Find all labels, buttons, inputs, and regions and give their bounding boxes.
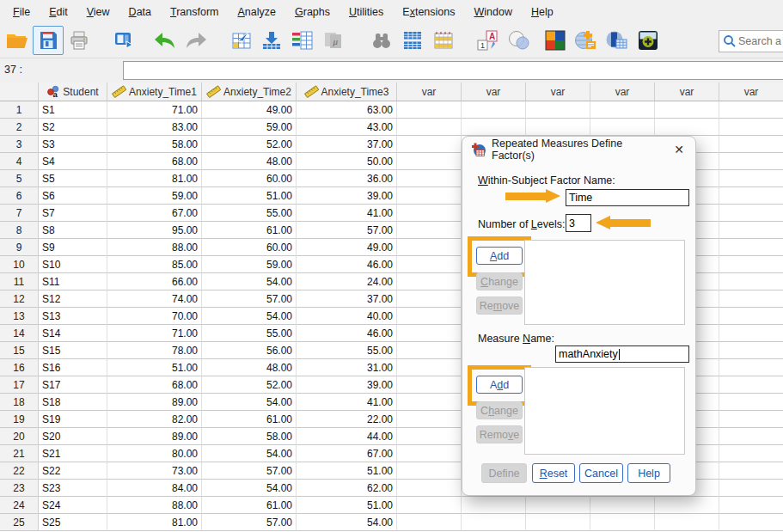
row-number[interactable]: 6 [0,187,39,205]
cell-anxiety-time2[interactable]: 54.00 [202,445,297,462]
cell-anxiety-time1[interactable]: 66.00 [107,273,202,290]
cell-student[interactable]: S24 [39,497,107,514]
cell-anxiety-time1[interactable]: 85.00 [107,256,202,273]
cell-empty[interactable] [397,239,462,256]
cell-student[interactable]: S3 [39,136,107,153]
cell-anxiety-time3[interactable]: 51.00 [297,497,397,514]
cell-anxiety-time3[interactable]: 55.00 [297,342,397,359]
factor-list[interactable] [524,240,685,325]
cell-anxiety-time2[interactable]: 57.00 [202,462,297,480]
cell-student[interactable]: S9 [39,239,107,256]
cell-empty[interactable] [526,497,590,514]
cell-empty[interactable] [397,342,462,359]
recall-dialogs-icon[interactable] [108,26,139,55]
cell-empty[interactable] [397,273,462,290]
row-number[interactable]: 13 [0,308,39,325]
row-number[interactable]: 16 [0,359,39,376]
menu-data[interactable]: Data [119,6,161,18]
extension-hub-icon[interactable] [633,26,664,55]
cell-empty[interactable] [397,394,462,411]
cell-anxiety-time3[interactable]: 46.00 [297,256,397,273]
goto-variable-icon[interactable] [256,26,287,55]
cell-empty[interactable] [655,497,719,514]
print-icon[interactable] [64,26,95,55]
cell-empty[interactable] [719,445,783,462]
search-box[interactable] [719,30,783,52]
row-number[interactable]: 20 [0,428,39,445]
cell-empty[interactable] [590,119,655,136]
cell-anxiety-time3[interactable]: 54.00 [297,514,397,531]
cell-empty[interactable] [397,445,462,462]
cancel-button[interactable]: Cancel [579,463,623,483]
cell-anxiety-time3[interactable]: 37.00 [297,136,397,153]
cell-anxiety-time3[interactable]: 24.00 [297,273,397,290]
row-number[interactable]: 1 [0,101,39,119]
row-number[interactable]: 14 [0,325,39,342]
cell-empty[interactable] [397,153,462,170]
row-number[interactable]: 24 [0,497,39,514]
cell-anxiety-time2[interactable]: 59.00 [202,119,297,136]
help-button[interactable]: Help [627,463,670,483]
cell-anxiety-time3[interactable]: 46.00 [297,325,397,342]
cell-anxiety-time1[interactable]: 73.00 [107,462,202,480]
cell-anxiety-time1[interactable]: 59.00 [107,187,202,205]
cell-empty[interactable] [719,170,783,187]
column-header-anxiety_time3[interactable]: Anxiety_Time3 [297,83,397,101]
row-number[interactable]: 17 [0,376,39,394]
cell-anxiety-time3[interactable]: 41.00 [297,205,397,222]
cell-anxiety-time2[interactable]: 52.00 [202,376,297,394]
redo-icon[interactable] [180,26,211,55]
cell-anxiety-time2[interactable]: 57.00 [202,514,297,531]
cell-anxiety-time1[interactable]: 89.00 [107,428,202,445]
cell-empty[interactable] [397,222,462,239]
cell-empty[interactable] [719,514,783,531]
row-number[interactable]: 23 [0,480,39,497]
cell-anxiety-time1[interactable]: 81.00 [107,170,202,187]
cell-anxiety-time1[interactable]: 83.00 [107,119,202,136]
factor-name-field[interactable]: Time [566,189,689,206]
cell-anxiety-time2[interactable]: 56.00 [202,342,297,359]
cell-student[interactable]: S10 [39,256,107,273]
cell-anxiety-time2[interactable]: 48.00 [202,359,297,376]
menu-window[interactable]: Window [464,6,521,18]
row-number[interactable]: 21 [0,445,39,462]
cell-empty[interactable] [719,136,783,153]
cell-anxiety-time3[interactable]: 41.00 [297,394,397,411]
row-number[interactable]: 11 [0,273,39,290]
cell-anxiety-time1[interactable]: 70.00 [107,308,202,325]
cell-empty[interactable] [719,205,783,222]
cell-empty[interactable] [397,119,462,136]
row-number[interactable]: 10 [0,256,39,273]
value-labels-icon[interactable]: A1 [473,26,504,55]
cell-student[interactable]: S21 [39,445,107,462]
cell-empty[interactable] [719,153,783,170]
descriptives-icon[interactable]: μ [318,26,349,55]
cell-anxiety-time1[interactable]: 74.00 [107,290,202,308]
cell-empty[interactable] [719,411,783,428]
row-number[interactable]: 7 [0,205,39,222]
measure-list[interactable] [524,367,685,455]
corner-header-cell[interactable] [0,83,39,101]
cell-student[interactable]: S7 [39,205,107,222]
cell-anxiety-time1[interactable]: 95.00 [107,222,202,239]
cell-student[interactable]: S15 [39,342,107,359]
cell-student[interactable]: S11 [39,273,107,290]
cell-empty[interactable] [397,308,462,325]
column-header-student[interactable]: aStudent [39,83,107,101]
cell-anxiety-time1[interactable]: 80.00 [107,445,202,462]
cell-empty[interactable] [397,428,462,445]
cell-student[interactable]: S23 [39,480,107,497]
cell-anxiety-time1[interactable]: 68.00 [107,153,202,170]
cell-empty[interactable] [397,136,462,153]
cell-anxiety-time1[interactable]: 89.00 [107,394,202,411]
cell-empty[interactable] [655,514,719,531]
cell-anxiety-time2[interactable]: 60.00 [202,239,297,256]
cell-anxiety-time2[interactable]: 51.00 [202,187,297,205]
row-number[interactable]: 15 [0,342,39,359]
measure-name-field[interactable]: mathAnxiety [555,345,689,363]
cell-empty[interactable] [719,359,783,376]
cell-anxiety-time3[interactable]: 62.00 [297,480,397,497]
cell-anxiety-time3[interactable]: 50.00 [297,153,397,170]
column-header-var[interactable]: var [397,83,462,101]
cell-anxiety-time3[interactable]: 39.00 [297,187,397,205]
